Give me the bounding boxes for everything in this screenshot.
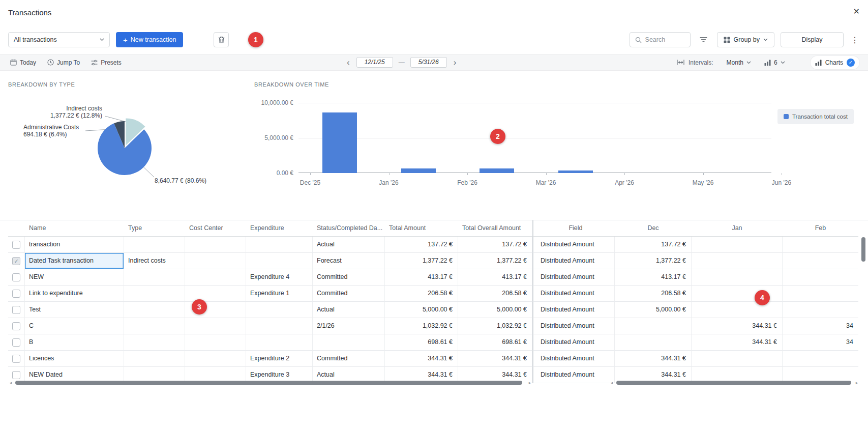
cell-type[interactable] [124,269,185,286]
cell-jan[interactable] [692,351,783,367]
cell-field[interactable]: Distributed Amount [532,302,615,318]
cell-field[interactable]: Distributed Amount [532,253,615,269]
charts-toggle[interactable]: Charts ✓ [811,56,859,69]
column-header-feb[interactable]: Feb [783,220,858,237]
cell-field[interactable]: Distributed Amount [532,286,615,302]
scroll-right-icon[interactable]: ▸ [527,379,532,386]
cell-dec[interactable]: 413.17 € [615,269,692,286]
scrollbar-thumb[interactable] [861,237,865,262]
cell-name[interactable]: B [25,334,124,351]
cell-total_amount[interactable]: 206.58 € [385,286,458,302]
cell-total_overall[interactable]: 413.17 € [458,269,532,286]
interval-count-select[interactable]: 6 [764,59,785,66]
delete-button[interactable] [214,32,229,47]
cell-expenditure[interactable] [246,334,313,351]
display-button[interactable]: Display [781,32,844,47]
cell-cost_center[interactable] [185,237,246,253]
cell-expenditure[interactable] [246,302,313,318]
scrollbar-thumb[interactable] [616,381,851,385]
prev-period-button[interactable]: ‹ [346,58,351,67]
cell-total_overall[interactable]: 698.61 € [458,334,532,351]
kebab-menu-icon[interactable]: ⋮ [850,35,860,45]
cell-cost_center[interactable] [185,334,246,351]
column-header-type[interactable]: Type [124,220,185,237]
cell-jan[interactable] [692,253,783,269]
cell-dec[interactable]: 1,377.22 € [615,253,692,269]
row-checkbox[interactable] [12,371,20,379]
column-header-total_overall[interactable]: Total Overall Amount [458,220,532,237]
cell-status[interactable]: Committed [313,286,385,302]
scroll-right-icon[interactable]: ▸ [854,379,859,386]
cell-status[interactable]: Actual [313,302,385,318]
cell-name[interactable]: NEW [25,269,124,286]
cell-dec[interactable] [615,334,692,351]
cell-jan[interactable]: 344.31 € [692,334,783,351]
cell-total_amount[interactable]: 5,000.00 € [385,302,458,318]
column-header-status[interactable]: Status/Completed Da... [313,220,385,237]
cell-type[interactable] [124,286,185,302]
row-checkbox[interactable] [12,355,20,363]
cell-field[interactable]: Distributed Amount [532,351,615,367]
cell-feb[interactable]: 34 [783,334,858,351]
row-checkbox[interactable] [12,241,20,249]
cell-type[interactable] [124,318,185,334]
cell-cost_center[interactable] [185,269,246,286]
row-checkbox[interactable] [12,290,20,298]
search-input[interactable]: Search [630,32,691,47]
cell-name[interactable]: C [25,318,124,334]
cell-status[interactable]: 2/1/26 [313,318,385,334]
cell-feb[interactable] [783,302,858,318]
table-row[interactable]: transactionActual137.72 €137.72 €Distrib… [8,237,868,253]
end-date-input[interactable]: 5/31/26 [410,57,447,68]
cell-field[interactable]: Distributed Amount [532,367,615,383]
row-checkbox[interactable] [12,338,20,347]
table-row[interactable]: LicencesExpenditure 2Committed344.31 €34… [8,351,868,367]
cell-total_overall[interactable]: 1,377.22 € [458,253,532,269]
scroll-left-icon[interactable]: ◂ [8,379,13,386]
interval-unit-select[interactable]: Month [727,59,751,66]
cell-cost_center[interactable] [185,253,246,269]
transactions-scope-select[interactable]: All transactions [8,32,110,47]
cell-type[interactable] [124,334,185,351]
cell-field[interactable]: Distributed Amount [532,269,615,286]
cell-total_amount[interactable]: 344.31 € [385,351,458,367]
table-row[interactable]: ✓Dated Task transactionIndirect costsFor… [8,253,868,269]
cell-total_amount[interactable]: 1,377.22 € [385,253,458,269]
cell-expenditure[interactable] [246,253,313,269]
row-checkbox[interactable]: ✓ [12,257,20,265]
cell-type[interactable] [124,237,185,253]
cell-name[interactable]: Test [25,302,124,318]
cell-cost_center[interactable] [185,286,246,302]
cell-expenditure[interactable] [246,237,313,253]
today-button[interactable]: Today [10,59,36,66]
cell-name[interactable]: Link to expenditure [25,286,124,302]
group-by-button[interactable]: Group by [717,32,774,47]
cell-total_overall[interactable]: 1,032.92 € [458,318,532,334]
cell-field[interactable]: Distributed Amount [532,334,615,351]
cell-dec[interactable] [615,318,692,334]
cell-field[interactable]: Distributed Amount [532,318,615,334]
cell-status[interactable]: Committed [313,269,385,286]
cell-expenditure[interactable]: Expenditure 4 [246,269,313,286]
cell-dec[interactable]: 5,000.00 € [615,302,692,318]
row-checkbox[interactable] [12,322,20,330]
cell-name[interactable]: Dated Task transaction [25,253,124,269]
column-header-expenditure[interactable]: Expenditure [246,220,313,237]
cell-feb[interactable] [783,351,858,367]
cell-status[interactable]: Forecast [313,253,385,269]
cell-name[interactable]: transaction [25,237,124,253]
start-date-input[interactable]: 12/1/25 [356,57,393,68]
cell-dec[interactable]: 206.58 € [615,286,692,302]
cell-cost_center[interactable] [185,351,246,367]
cell-total_overall[interactable]: 137.72 € [458,237,532,253]
presets-button[interactable]: Presets [91,59,122,66]
cell-total_amount[interactable]: 1,032.92 € [385,318,458,334]
table-row[interactable]: Link to expenditureExpenditure 1Committe… [8,286,868,302]
table-row[interactable]: NEWExpenditure 4Committed413.17 €413.17 … [8,269,868,286]
horizontal-scrollbar-left[interactable]: ◂ ▸ [8,379,532,386]
scroll-left-icon[interactable]: ◂ [609,379,614,386]
cell-type[interactable]: Indirect costs [124,253,185,269]
cell-total_overall[interactable]: 206.58 € [458,286,532,302]
column-header-dec[interactable]: Dec [615,220,692,237]
cell-feb[interactable]: 34 [783,318,858,334]
